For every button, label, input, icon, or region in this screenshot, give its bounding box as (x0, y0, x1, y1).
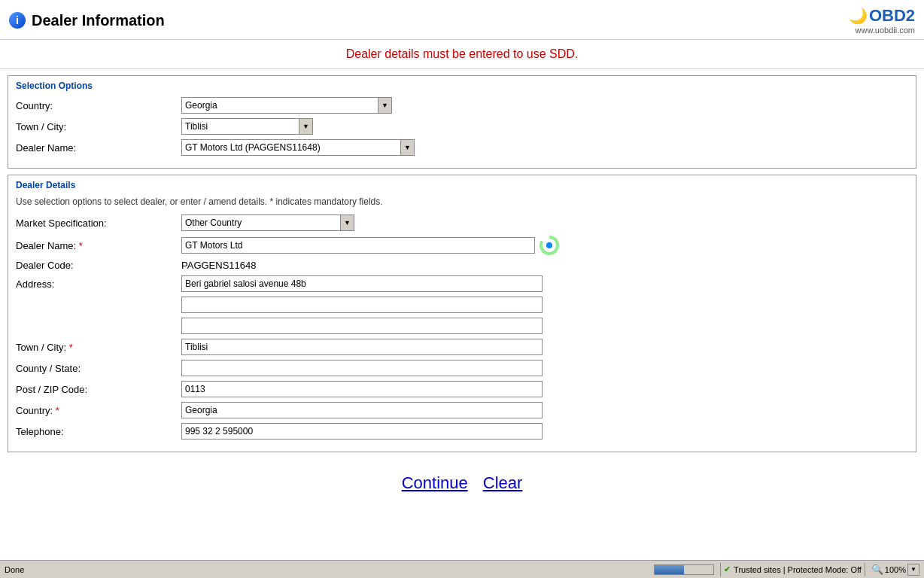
dealer-details-section: Dealer Details Use selection options to … (8, 175, 916, 452)
town-dropdown-wrapper[interactable]: ▼ (181, 118, 313, 135)
dealer-details-name-input-row (181, 236, 559, 255)
dealer-code-row: Dealer Code: PAGGENS11648 (16, 260, 908, 271)
logo-sub: www.uobdii.com (856, 26, 915, 35)
info-icon: i (9, 12, 26, 29)
market-spec-dropdown-btn[interactable]: ▼ (341, 214, 354, 231)
details-town-row: Town / City: * (16, 339, 908, 355)
logo-crescent-icon: 🌙 (849, 7, 868, 25)
dealer-details-title: Dealer Details (16, 180, 908, 190)
telephone-input[interactable] (181, 423, 543, 440)
country-dropdown-wrapper[interactable]: ▼ (181, 97, 392, 114)
country-input[interactable] (181, 97, 378, 114)
loading-spinner (540, 236, 559, 255)
postcode-input[interactable] (181, 381, 543, 397)
address-line3-input[interactable] (181, 318, 543, 334)
postcode-label: Post / ZIP Code: (16, 384, 181, 395)
zoom-down-btn[interactable]: ▼ (907, 564, 919, 576)
details-town-label: Town / City: * (16, 342, 181, 353)
status-separator-2 (865, 563, 865, 576)
details-country-required-mark: * (56, 405, 59, 416)
country-label: Country: (16, 100, 181, 111)
selection-options-section: Selection Options Country: ▼ Town / City… (8, 75, 916, 169)
trusted-label: Trusted sites | Protected Mode: Off (734, 565, 862, 574)
market-spec-row: Market Specification: ▼ (16, 214, 908, 231)
market-spec-dropdown-wrapper[interactable]: ▼ (181, 214, 354, 231)
country-row: Country: ▼ (16, 97, 908, 114)
postcode-row: Post / ZIP Code: (16, 381, 908, 397)
status-trusted: ✔ Trusted sites | Protected Mode: Off (724, 564, 862, 574)
status-done-label: Done (5, 565, 654, 574)
dealer-name-required-mark: * (79, 240, 83, 251)
zoom-controls[interactable]: ▼ (907, 564, 919, 576)
county-row: County / State: (16, 360, 908, 376)
address-line3-row (16, 318, 908, 334)
dealer-code-value: PAGGENS11648 (181, 260, 256, 271)
selection-options-title: Selection Options (16, 81, 908, 91)
telephone-label: Telephone: (16, 426, 181, 437)
dealer-details-name-input[interactable] (181, 237, 535, 254)
town-required-mark: * (69, 342, 73, 353)
dealer-name-dropdown-wrapper[interactable]: ▼ (181, 139, 415, 156)
details-country-input[interactable] (181, 402, 543, 418)
town-label: Town / City: (16, 121, 181, 132)
town-dropdown-btn[interactable]: ▼ (299, 118, 313, 135)
main-content: Selection Options Country: ▼ Town / City… (0, 69, 924, 560)
county-label: County / State: (16, 363, 181, 374)
dealer-name-label: Dealer Name: (16, 142, 181, 154)
dealer-details-name-row: Dealer Name: * (16, 236, 908, 255)
dealer-name-row: Dealer Name: ▼ (16, 139, 908, 156)
title-bar: i Dealer Information 🌙 OBD2 www.uobdii.c… (0, 0, 924, 40)
warning-message: Dealer details must be entered to use SD… (0, 40, 924, 69)
address-line2-input[interactable] (181, 297, 543, 313)
continue-button[interactable]: Continue (402, 473, 468, 493)
county-input[interactable] (181, 360, 543, 376)
town-input[interactable] (181, 118, 299, 135)
logo-text: OBD2 (869, 6, 915, 26)
address-row: Address: (16, 275, 908, 292)
dealer-code-label: Dealer Code: (16, 260, 181, 271)
address-line2-row (16, 297, 908, 313)
details-country-row: Country: * (16, 402, 908, 418)
details-country-label: Country: * (16, 405, 181, 416)
telephone-row: Telephone: (16, 423, 908, 440)
zoom-label: 100% (885, 565, 906, 574)
address-line1-input[interactable] (181, 275, 543, 292)
status-separator-1 (720, 563, 721, 576)
town-row: Town / City: ▼ (16, 118, 908, 135)
market-spec-input[interactable] (181, 214, 341, 231)
dealer-details-name-label: Dealer Name: * (16, 240, 181, 251)
address-label: Address: (16, 278, 181, 290)
market-spec-label: Market Specification: (16, 218, 181, 229)
check-icon: ✔ (724, 564, 731, 574)
logo-area: 🌙 OBD2 www.uobdii.com (849, 6, 915, 35)
country-dropdown-btn[interactable]: ▼ (378, 97, 392, 114)
status-progress-bar (654, 564, 714, 575)
clear-button[interactable]: Clear (483, 473, 523, 493)
dealer-name-input[interactable] (181, 139, 401, 156)
action-bar: Continue Clear (0, 458, 924, 508)
status-bar: Done ✔ Trusted sites | Protected Mode: O… (0, 560, 924, 578)
dealer-details-desc: Use selection options to select dealer, … (16, 196, 908, 207)
status-zoom: 🔍 100% ▼ (871, 564, 919, 576)
dealer-name-dropdown-btn[interactable]: ▼ (401, 139, 415, 156)
page-title: Dealer Information (32, 12, 165, 29)
details-town-input[interactable] (181, 339, 543, 355)
zoom-icon: 🔍 (871, 564, 883, 575)
